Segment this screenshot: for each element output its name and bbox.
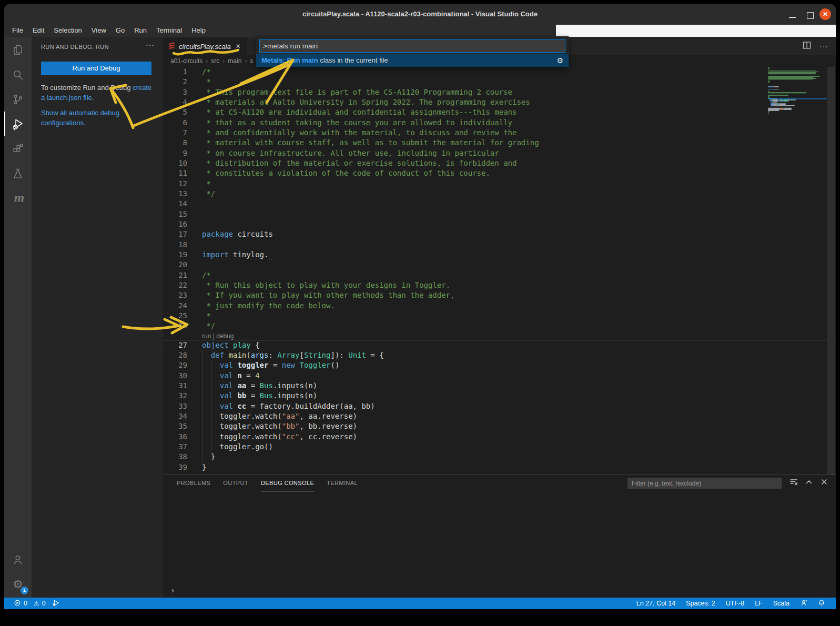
status-item[interactable]: Scala <box>773 600 790 607</box>
status-bell-icon[interactable] <box>818 599 825 608</box>
activity-metals-icon[interactable]: m <box>4 186 32 210</box>
panel-tab-output[interactable]: OUTPUT <box>223 475 248 491</box>
panel-tab-debug-console[interactable]: DEBUG CONSOLE <box>261 475 314 491</box>
close-window-icon[interactable]: ✕ <box>819 8 831 20</box>
code-line-23[interactable]: 23 * If you want to play with other meth… <box>163 290 836 300</box>
activity-search-icon[interactable] <box>4 62 32 87</box>
close-icon[interactable] <box>820 478 828 488</box>
code-line-15[interactable]: 15 <box>163 209 836 219</box>
minimize-icon[interactable] <box>789 17 796 18</box>
breadcrumb-item[interactable]: main <box>228 57 241 65</box>
code-line-35[interactable]: 35 toggler.watch("bb", bb.reverse) <box>163 421 836 431</box>
code-line-21[interactable]: 21/* <box>163 270 836 280</box>
code-line-30[interactable]: 30 val n = 4 <box>163 371 836 381</box>
code-line-4[interactable]: 4 * materials at Aalto University in Spr… <box>163 97 836 107</box>
activity-test-flask-icon[interactable] <box>4 161 32 186</box>
code-line-37[interactable]: 37 toggler.go() <box>163 442 836 452</box>
activity-bar-top: m <box>4 37 32 210</box>
code-line-33[interactable]: 33 val cc = factory.buildAdder(aa, bb) <box>163 401 836 411</box>
tab-close-icon[interactable]: ✕ <box>236 43 241 50</box>
code-line-20[interactable]: 20 <box>163 260 836 270</box>
debug-repl-prompt[interactable]: › <box>171 585 174 594</box>
code-line-7[interactable]: 7 * and confidentially work with the mat… <box>163 128 836 138</box>
line-content: * constitutes a violation of the code of… <box>202 169 490 177</box>
status-error-icon[interactable]: 0 <box>14 599 27 608</box>
chevron-up-icon[interactable] <box>805 478 813 488</box>
run-debug-sidebar: RUN AND DEBUG: RUN ··· Run and Debug To … <box>32 37 163 598</box>
show-debug-configurations-link[interactable]: Show all automatic debug configurations. <box>41 109 119 127</box>
codelens-run-debug[interactable]: run | debug <box>202 332 234 340</box>
tab-circuitsplay-scala[interactable]: circuitsPlay.scala ✕ <box>163 37 247 55</box>
status-item[interactable]: LF <box>755 600 763 607</box>
code-line-6[interactable]: 6 * that as a student taking the course … <box>163 118 836 128</box>
menu-terminal[interactable]: Terminal <box>151 24 187 37</box>
menu-run[interactable]: Run <box>129 24 151 37</box>
code-line-11[interactable]: 11 * constitutes a violation of the code… <box>163 168 836 178</box>
activity-extensions-icon[interactable] <box>4 136 32 161</box>
code-line-18[interactable]: 18 <box>163 240 836 250</box>
breadcrumb-item[interactable]: s <box>250 57 253 65</box>
menu-go[interactable]: Go <box>111 24 129 37</box>
code-line-3[interactable]: 3 * This program text file is part of th… <box>163 87 836 97</box>
code-line-38[interactable]: 38 } <box>163 452 836 462</box>
panel-tab-terminal[interactable]: TERMINAL <box>327 475 358 491</box>
line-number: 28 <box>163 350 187 360</box>
status-item[interactable]: UTF-8 <box>726 600 744 607</box>
panel-tab-problems[interactable]: PROBLEMS <box>177 475 210 491</box>
menu-selection[interactable]: Selection <box>49 24 86 37</box>
status-item[interactable]: Ln 27, Col 14 <box>636 600 675 607</box>
activity-account-icon[interactable] <box>4 547 32 572</box>
filter-lines-icon[interactable] <box>790 478 798 488</box>
menu-edit[interactable]: Edit <box>28 24 49 37</box>
debug-filter-input[interactable] <box>628 478 782 489</box>
status-debug-status-icon[interactable] <box>52 599 59 608</box>
code-line-34[interactable]: 34 toggler.watch("aa", aa.reverse) <box>163 411 836 421</box>
code-line-1[interactable]: 1/* <box>163 67 836 77</box>
code-line-22[interactable]: 22 * Run this object to play with your d… <box>163 280 836 290</box>
status-feedback-icon[interactable] <box>800 599 807 608</box>
maximize-icon[interactable] <box>807 12 814 19</box>
more-editor-actions-icon[interactable]: ··· <box>819 42 828 51</box>
code-line-10[interactable]: 10 * distribution of the material or exe… <box>163 158 836 168</box>
configure-keybinding-gear-icon[interactable]: ⚙ <box>556 56 563 65</box>
code-line-5[interactable]: 5 * at CS-A1120 are individual and confi… <box>163 107 836 117</box>
code-line-28[interactable]: 28 def main(args: Array[String]): Unit =… <box>163 350 836 360</box>
command-palette-suggestion[interactable]: Metals: Run main class in the current fi… <box>256 54 569 67</box>
title-bar[interactable]: circuitsPlay.scala - A1120-scala2-r03-co… <box>4 4 836 24</box>
code-line-17[interactable]: 17package circuits <box>163 229 836 239</box>
code-line-16[interactable]: 16 <box>163 219 836 229</box>
code-line-13[interactable]: 13 */ <box>163 189 836 199</box>
code-line-2[interactable]: 2 * <box>163 77 836 87</box>
menu-help[interactable]: Help <box>187 24 210 37</box>
code-line-39[interactable]: 39} <box>163 462 836 472</box>
code-line-32[interactable]: 32 val bb = Bus.inputs(n) <box>163 391 836 401</box>
code-line-24[interactable]: 24 * just modify the code below. <box>163 301 836 311</box>
code-line-12[interactable]: 12 * <box>163 179 836 189</box>
code-line-14[interactable]: 14 <box>163 199 836 209</box>
command-palette-input[interactable]: >metals run main <box>259 39 565 53</box>
code-line-8[interactable]: 8 * material with course staff, as well … <box>163 138 836 148</box>
status-item[interactable]: Spaces: 2 <box>686 600 715 607</box>
activity-source-control-icon[interactable] <box>4 87 32 112</box>
code-line-36[interactable]: 36 toggler.watch("cc", cc.reverse) <box>163 432 836 442</box>
code-line-19[interactable]: 19import tinylog._ <box>163 250 836 260</box>
code-line-25[interactable]: 25 * <box>163 311 836 321</box>
code-line-26[interactable]: 26 */ <box>163 321 836 331</box>
code-line-27[interactable]: 27object play { <box>163 340 836 350</box>
code-line-9[interactable]: 9 * on course infrastructure. All other … <box>163 148 836 158</box>
breadcrumb-item[interactable]: a01-circuits <box>170 57 203 65</box>
split-editor-icon[interactable] <box>803 41 811 52</box>
status-warning-icon[interactable]: ⚠0 <box>34 600 46 607</box>
sidebar-more-actions-icon[interactable]: ··· <box>146 41 155 49</box>
breadcrumb-item[interactable]: src <box>211 57 219 65</box>
code-line-29[interactable]: 29 val toggler = new Toggler() <box>163 360 836 370</box>
activity-run-debug-icon[interactable] <box>4 112 32 136</box>
activity-settings-gear-icon[interactable]: ⚙1 <box>4 572 32 597</box>
run-and-debug-button[interactable]: Run and Debug <box>41 62 151 75</box>
code-line-31[interactable]: 31 val aa = Bus.inputs(n) <box>163 381 836 391</box>
activity-files-icon[interactable] <box>4 37 32 62</box>
code-editor[interactable]: 1/*2 *3 * This program text file is part… <box>163 67 836 474</box>
menu-view[interactable]: View <box>87 24 111 37</box>
menu-file[interactable]: File <box>7 24 28 37</box>
status-text: LF <box>755 600 763 607</box>
